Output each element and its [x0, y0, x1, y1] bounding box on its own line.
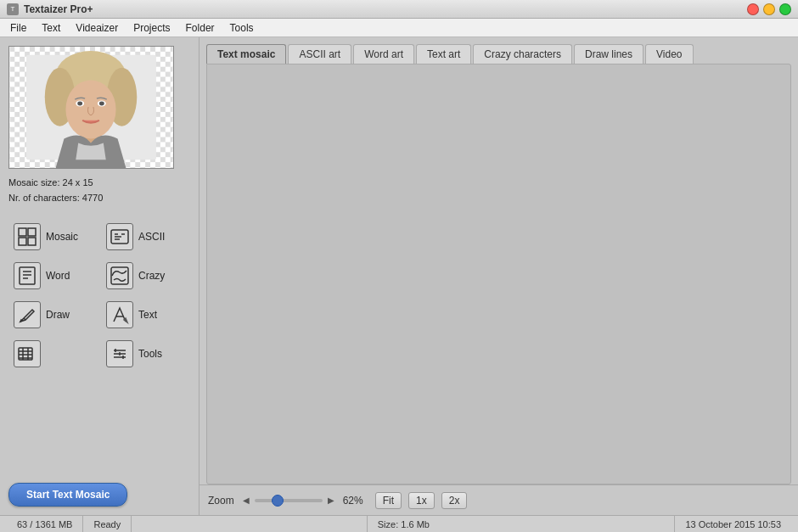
file-size: Size: 1.6 Mb [367, 516, 440, 532]
status-bar: 63 / 1361 MB Ready Size: 1.6 Mb 13 Octob… [0, 515, 798, 532]
app-icon: T [7, 3, 19, 15]
word-icon [14, 262, 41, 289]
main-content: Mosaic size: 24 x 15 Nr. of characters: … [0, 37, 798, 515]
ready-status: Ready [83, 516, 132, 532]
tabs-bar: Text mosaic ASCII art Word art Text art … [200, 37, 798, 64]
menu-bar: File Text Videaizer Projects Folder Tool… [0, 19, 798, 37]
tool-text-button[interactable]: Text [101, 297, 190, 333]
svg-rect-15 [19, 228, 26, 236]
tab-text-art[interactable]: Text art [416, 44, 471, 64]
svg-point-10 [65, 80, 115, 138]
word-label: Word [46, 270, 70, 282]
svg-rect-16 [28, 228, 36, 236]
tools-icon [106, 340, 133, 367]
zoom-slider-container: ◀ ▶ [241, 496, 336, 506]
svg-point-13 [77, 102, 82, 106]
menu-folder[interactable]: Folder [179, 20, 222, 36]
text-label: Text [138, 309, 157, 321]
tab-content-area [206, 64, 791, 484]
tab-draw-lines[interactable]: Draw lines [574, 44, 643, 64]
tools-grid: Mosaic ASCII [8, 219, 190, 372]
tab-video[interactable]: Video [645, 44, 693, 64]
mosaic-label: Mosaic [46, 231, 78, 243]
svg-rect-18 [28, 238, 36, 245]
maximize-button[interactable] [779, 3, 791, 15]
mosaic-icon [14, 223, 41, 250]
mosaic-size-label: Mosaic size: 24 x 15 [8, 176, 190, 191]
tool-crazy-button[interactable]: Crazy [101, 258, 190, 294]
tab-text-mosaic[interactable]: Text mosaic [206, 44, 286, 64]
tool-tools-button[interactable]: Tools [101, 336, 190, 372]
ascii-icon [106, 223, 133, 250]
ascii-label: ASCII [138, 231, 165, 243]
menu-projects[interactable]: Projects [126, 20, 177, 36]
tab-word-art[interactable]: Word art [353, 44, 414, 64]
draw-icon [14, 301, 41, 328]
num-chars-label: Nr. of characters: 4770 [8, 191, 190, 206]
tools-label: Tools [138, 348, 162, 360]
fit-button[interactable]: Fit [375, 492, 402, 509]
portrait-image [9, 47, 173, 168]
menu-videaizer[interactable]: Videaizer [69, 20, 125, 36]
tool-video-button[interactable] [8, 336, 98, 372]
memory-status: 63 / 1361 MB [7, 516, 83, 532]
svg-rect-24 [20, 267, 35, 284]
tab-ascii-art[interactable]: ASCII art [288, 44, 351, 64]
window-controls [747, 3, 791, 15]
right-panel: Text mosaic ASCII art Word art Text art … [200, 37, 798, 515]
text-icon [106, 301, 133, 328]
bottom-toolbar: Zoom ◀ ▶ 62% Fit 1x 2x [200, 484, 798, 515]
zoom-decrease-arrow[interactable]: ◀ [241, 496, 251, 506]
image-info: Mosaic size: 24 x 15 Nr. of characters: … [8, 176, 190, 205]
app-title: Textaizer Pro+ [24, 3, 93, 15]
video-icon [14, 340, 41, 367]
svg-rect-17 [19, 238, 26, 245]
crazy-label: Crazy [138, 270, 165, 282]
svg-point-14 [99, 102, 104, 106]
close-button[interactable] [747, 3, 759, 15]
minimize-button[interactable] [763, 3, 775, 15]
start-mosaic-button[interactable]: Start Text Mosaic [8, 483, 127, 507]
tool-draw-button[interactable]: Draw [8, 297, 98, 333]
1x-button[interactable]: 1x [408, 492, 435, 509]
title-bar: T Textaizer Pro+ [0, 0, 798, 19]
menu-text[interactable]: Text [35, 20, 67, 36]
date-time: 13 October 2015 10:53 [674, 516, 791, 532]
menu-file[interactable]: File [3, 20, 33, 36]
zoom-label: Zoom [208, 495, 234, 507]
start-button-container: Start Text Mosaic [8, 474, 190, 507]
svg-rect-29 [111, 267, 128, 284]
tool-word-button[interactable]: Word [8, 258, 98, 294]
tool-mosaic-button[interactable]: Mosaic [8, 219, 98, 255]
2x-button[interactable]: 2x [441, 492, 468, 509]
left-panel: Mosaic size: 24 x 15 Nr. of characters: … [0, 37, 200, 515]
image-preview [8, 46, 174, 169]
zoom-percent-value: 62% [343, 495, 368, 507]
crazy-icon [106, 262, 133, 289]
zoom-slider[interactable] [255, 499, 323, 502]
draw-label: Draw [46, 309, 70, 321]
tool-ascii-button[interactable]: ASCII [101, 219, 190, 255]
zoom-increase-arrow[interactable]: ▶ [326, 496, 336, 506]
tab-crazy-chars[interactable]: Crazy characters [473, 44, 572, 64]
menu-tools[interactable]: Tools [223, 20, 261, 36]
